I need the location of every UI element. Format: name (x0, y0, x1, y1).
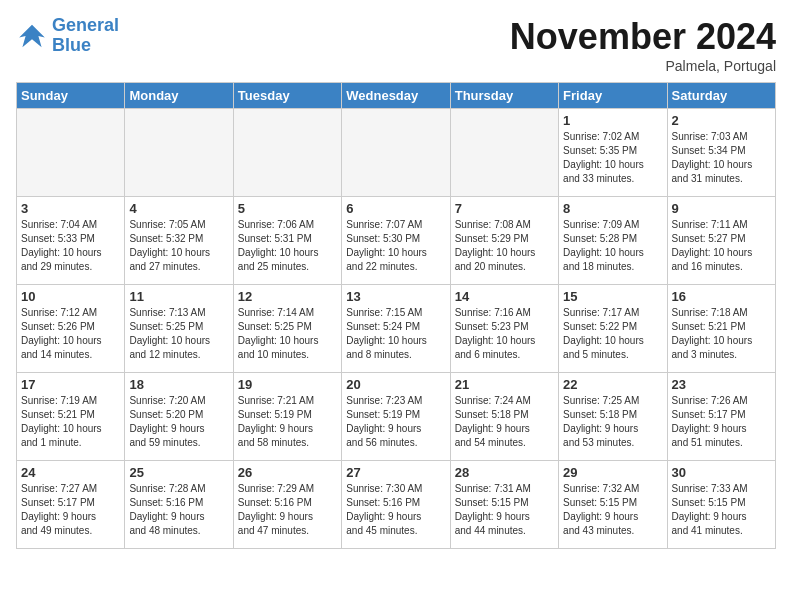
day-number: 13 (346, 289, 445, 304)
day-number: 11 (129, 289, 228, 304)
day-cell: 19Sunrise: 7:21 AM Sunset: 5:19 PM Dayli… (233, 373, 341, 461)
day-cell: 28Sunrise: 7:31 AM Sunset: 5:15 PM Dayli… (450, 461, 558, 549)
day-cell: 21Sunrise: 7:24 AM Sunset: 5:18 PM Dayli… (450, 373, 558, 461)
day-number: 6 (346, 201, 445, 216)
day-cell: 30Sunrise: 7:33 AM Sunset: 5:15 PM Dayli… (667, 461, 775, 549)
day-cell: 2Sunrise: 7:03 AM Sunset: 5:34 PM Daylig… (667, 109, 775, 197)
day-cell: 5Sunrise: 7:06 AM Sunset: 5:31 PM Daylig… (233, 197, 341, 285)
day-cell: 20Sunrise: 7:23 AM Sunset: 5:19 PM Dayli… (342, 373, 450, 461)
weekday-wednesday: Wednesday (342, 83, 450, 109)
day-number: 25 (129, 465, 228, 480)
day-cell: 27Sunrise: 7:30 AM Sunset: 5:16 PM Dayli… (342, 461, 450, 549)
day-number: 8 (563, 201, 662, 216)
day-number: 9 (672, 201, 771, 216)
day-cell: 1Sunrise: 7:02 AM Sunset: 5:35 PM Daylig… (559, 109, 667, 197)
weekday-monday: Monday (125, 83, 233, 109)
day-cell (17, 109, 125, 197)
day-info: Sunrise: 7:25 AM Sunset: 5:18 PM Dayligh… (563, 394, 662, 450)
day-cell: 18Sunrise: 7:20 AM Sunset: 5:20 PM Dayli… (125, 373, 233, 461)
day-info: Sunrise: 7:09 AM Sunset: 5:28 PM Dayligh… (563, 218, 662, 274)
day-info: Sunrise: 7:08 AM Sunset: 5:29 PM Dayligh… (455, 218, 554, 274)
day-number: 10 (21, 289, 120, 304)
week-row-2: 3Sunrise: 7:04 AM Sunset: 5:33 PM Daylig… (17, 197, 776, 285)
logo-line1: General (52, 15, 119, 35)
day-info: Sunrise: 7:32 AM Sunset: 5:15 PM Dayligh… (563, 482, 662, 538)
day-info: Sunrise: 7:05 AM Sunset: 5:32 PM Dayligh… (129, 218, 228, 274)
day-info: Sunrise: 7:21 AM Sunset: 5:19 PM Dayligh… (238, 394, 337, 450)
day-info: Sunrise: 7:26 AM Sunset: 5:17 PM Dayligh… (672, 394, 771, 450)
week-row-1: 1Sunrise: 7:02 AM Sunset: 5:35 PM Daylig… (17, 109, 776, 197)
day-number: 20 (346, 377, 445, 392)
day-number: 5 (238, 201, 337, 216)
day-info: Sunrise: 7:19 AM Sunset: 5:21 PM Dayligh… (21, 394, 120, 450)
day-info: Sunrise: 7:29 AM Sunset: 5:16 PM Dayligh… (238, 482, 337, 538)
day-number: 3 (21, 201, 120, 216)
week-row-5: 24Sunrise: 7:27 AM Sunset: 5:17 PM Dayli… (17, 461, 776, 549)
day-info: Sunrise: 7:27 AM Sunset: 5:17 PM Dayligh… (21, 482, 120, 538)
day-info: Sunrise: 7:03 AM Sunset: 5:34 PM Dayligh… (672, 130, 771, 186)
week-row-3: 10Sunrise: 7:12 AM Sunset: 5:26 PM Dayli… (17, 285, 776, 373)
day-cell: 7Sunrise: 7:08 AM Sunset: 5:29 PM Daylig… (450, 197, 558, 285)
day-number: 19 (238, 377, 337, 392)
day-cell: 8Sunrise: 7:09 AM Sunset: 5:28 PM Daylig… (559, 197, 667, 285)
day-info: Sunrise: 7:20 AM Sunset: 5:20 PM Dayligh… (129, 394, 228, 450)
day-info: Sunrise: 7:17 AM Sunset: 5:22 PM Dayligh… (563, 306, 662, 362)
calendar-body: 1Sunrise: 7:02 AM Sunset: 5:35 PM Daylig… (17, 109, 776, 549)
day-number: 21 (455, 377, 554, 392)
location-subtitle: Palmela, Portugal (510, 58, 776, 74)
page-header: General Blue November 2024 Palmela, Port… (16, 16, 776, 74)
day-info: Sunrise: 7:33 AM Sunset: 5:15 PM Dayligh… (672, 482, 771, 538)
day-number: 15 (563, 289, 662, 304)
day-info: Sunrise: 7:30 AM Sunset: 5:16 PM Dayligh… (346, 482, 445, 538)
day-info: Sunrise: 7:04 AM Sunset: 5:33 PM Dayligh… (21, 218, 120, 274)
day-number: 26 (238, 465, 337, 480)
weekday-friday: Friday (559, 83, 667, 109)
day-number: 22 (563, 377, 662, 392)
weekday-thursday: Thursday (450, 83, 558, 109)
day-number: 27 (346, 465, 445, 480)
day-cell: 11Sunrise: 7:13 AM Sunset: 5:25 PM Dayli… (125, 285, 233, 373)
day-number: 23 (672, 377, 771, 392)
day-number: 14 (455, 289, 554, 304)
day-cell: 17Sunrise: 7:19 AM Sunset: 5:21 PM Dayli… (17, 373, 125, 461)
day-number: 29 (563, 465, 662, 480)
day-cell: 4Sunrise: 7:05 AM Sunset: 5:32 PM Daylig… (125, 197, 233, 285)
day-cell (342, 109, 450, 197)
day-cell: 26Sunrise: 7:29 AM Sunset: 5:16 PM Dayli… (233, 461, 341, 549)
day-number: 2 (672, 113, 771, 128)
day-cell (233, 109, 341, 197)
svg-marker-0 (19, 25, 45, 47)
day-info: Sunrise: 7:18 AM Sunset: 5:21 PM Dayligh… (672, 306, 771, 362)
day-cell: 9Sunrise: 7:11 AM Sunset: 5:27 PM Daylig… (667, 197, 775, 285)
day-number: 12 (238, 289, 337, 304)
day-info: Sunrise: 7:13 AM Sunset: 5:25 PM Dayligh… (129, 306, 228, 362)
day-cell: 23Sunrise: 7:26 AM Sunset: 5:17 PM Dayli… (667, 373, 775, 461)
day-cell (125, 109, 233, 197)
day-info: Sunrise: 7:11 AM Sunset: 5:27 PM Dayligh… (672, 218, 771, 274)
day-number: 28 (455, 465, 554, 480)
day-number: 17 (21, 377, 120, 392)
weekday-tuesday: Tuesday (233, 83, 341, 109)
month-title: November 2024 (510, 16, 776, 58)
logo: General Blue (16, 16, 119, 56)
day-cell: 10Sunrise: 7:12 AM Sunset: 5:26 PM Dayli… (17, 285, 125, 373)
day-number: 1 (563, 113, 662, 128)
day-info: Sunrise: 7:14 AM Sunset: 5:25 PM Dayligh… (238, 306, 337, 362)
day-cell (450, 109, 558, 197)
day-number: 4 (129, 201, 228, 216)
day-info: Sunrise: 7:24 AM Sunset: 5:18 PM Dayligh… (455, 394, 554, 450)
day-number: 18 (129, 377, 228, 392)
day-cell: 24Sunrise: 7:27 AM Sunset: 5:17 PM Dayli… (17, 461, 125, 549)
day-cell: 15Sunrise: 7:17 AM Sunset: 5:22 PM Dayli… (559, 285, 667, 373)
logo-icon (16, 20, 48, 52)
day-info: Sunrise: 7:16 AM Sunset: 5:23 PM Dayligh… (455, 306, 554, 362)
day-info: Sunrise: 7:07 AM Sunset: 5:30 PM Dayligh… (346, 218, 445, 274)
logo-text: General Blue (52, 16, 119, 56)
day-cell: 22Sunrise: 7:25 AM Sunset: 5:18 PM Dayli… (559, 373, 667, 461)
day-info: Sunrise: 7:12 AM Sunset: 5:26 PM Dayligh… (21, 306, 120, 362)
day-cell: 29Sunrise: 7:32 AM Sunset: 5:15 PM Dayli… (559, 461, 667, 549)
day-cell: 16Sunrise: 7:18 AM Sunset: 5:21 PM Dayli… (667, 285, 775, 373)
day-number: 16 (672, 289, 771, 304)
day-cell: 12Sunrise: 7:14 AM Sunset: 5:25 PM Dayli… (233, 285, 341, 373)
day-info: Sunrise: 7:06 AM Sunset: 5:31 PM Dayligh… (238, 218, 337, 274)
